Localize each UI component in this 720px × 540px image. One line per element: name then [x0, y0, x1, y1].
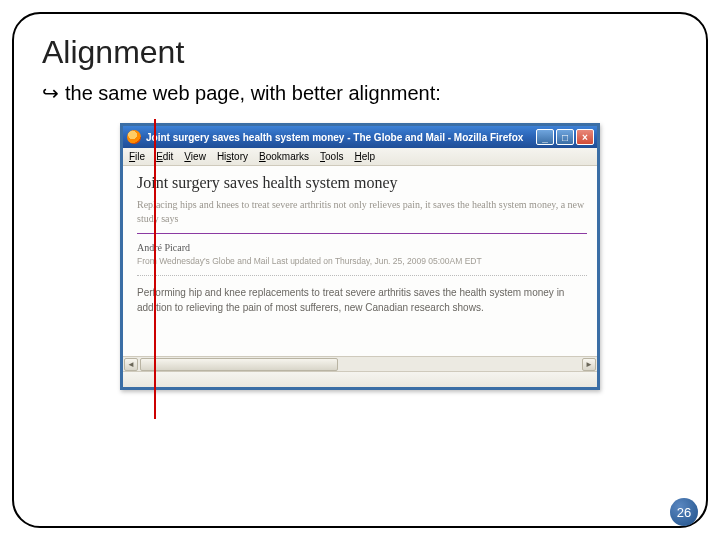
menu-bookmarks[interactable]: Bookmarks	[259, 151, 309, 162]
bullet-text: the same web page, with better alignment…	[65, 82, 441, 105]
browser-screenshot: Joint surgery saves health system money …	[120, 123, 600, 390]
divider-purple	[137, 233, 587, 234]
alignment-guide-line	[154, 119, 156, 419]
menu-help[interactable]: Help	[354, 151, 375, 162]
page-content: Joint surgery saves health system money …	[123, 166, 597, 356]
slide-frame: Alignment ↪ the same web page, with bett…	[12, 12, 708, 528]
maximize-button[interactable]: □	[556, 129, 574, 145]
menu-view[interactable]: View	[184, 151, 206, 162]
bullet-icon: ↪	[42, 81, 59, 105]
menu-edit[interactable]: Edit	[156, 151, 173, 162]
close-button[interactable]: ×	[576, 129, 594, 145]
scroll-right-button[interactable]: ►	[582, 358, 596, 371]
menu-history[interactable]: History	[217, 151, 248, 162]
window-title: Joint surgery saves health system money …	[146, 132, 531, 143]
page-number-badge: 26	[670, 498, 698, 526]
slide-title: Alignment	[42, 34, 678, 71]
scroll-track[interactable]	[140, 358, 580, 371]
menubar: File Edit View History Bookmarks Tools H…	[123, 148, 597, 166]
divider-dotted	[137, 275, 587, 276]
window-controls: _ □ ×	[536, 129, 594, 145]
window-titlebar: Joint surgery saves health system money …	[123, 126, 597, 148]
article-source: From Wednesday's Globe and Mail	[137, 256, 269, 266]
horizontal-scrollbar[interactable]: ◄ ►	[123, 356, 597, 371]
scroll-thumb[interactable]	[140, 358, 338, 371]
article-subhead: Replacing hips and knees to treat severe…	[137, 198, 587, 225]
scroll-left-button[interactable]: ◄	[124, 358, 138, 371]
article-updated: Last updated on Thursday, Jun. 25, 2009 …	[272, 256, 482, 266]
article-author: André Picard	[137, 242, 587, 253]
article-body: Performing hip and knee replacements to …	[137, 286, 587, 315]
status-bar	[123, 371, 597, 387]
menu-tools[interactable]: Tools	[320, 151, 343, 162]
article-dateline: From Wednesday's Globe and Mail Last upd…	[137, 256, 587, 267]
bullet-line: ↪ the same web page, with better alignme…	[42, 81, 678, 105]
firefox-icon	[127, 130, 141, 144]
menu-file[interactable]: File	[129, 151, 145, 162]
minimize-button[interactable]: _	[536, 129, 554, 145]
browser-window: Joint surgery saves health system money …	[120, 123, 600, 390]
article-headline: Joint surgery saves health system money	[137, 174, 587, 192]
